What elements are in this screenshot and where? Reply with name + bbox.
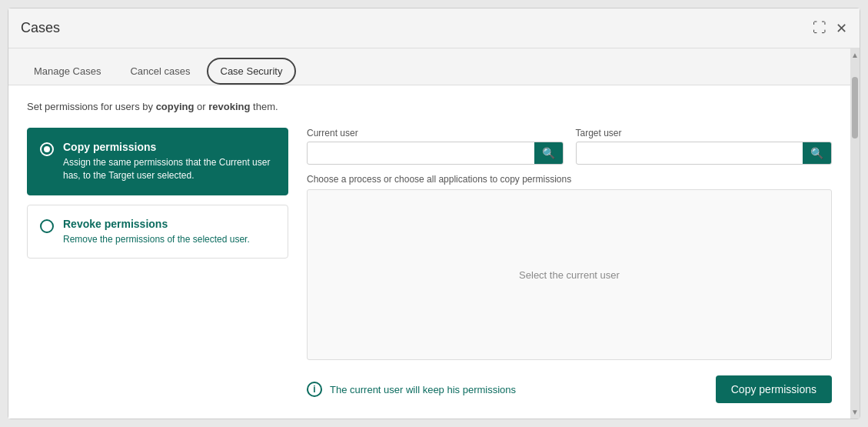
panel-content: Set permissions for users by copying or … xyxy=(8,85,850,419)
scrollbar[interactable]: ▲ ▼ xyxy=(850,48,860,419)
target-user-label: Target user xyxy=(576,128,833,138)
info-icon: i xyxy=(307,382,322,397)
footer-message: The current user will keep his permissio… xyxy=(330,384,708,395)
copy-option-title: Copy permissions xyxy=(63,141,275,153)
scroll-up-arrow[interactable]: ▲ xyxy=(849,48,860,62)
revoke-option-title: Revoke permissions xyxy=(63,218,250,230)
user-fields: Current user 🔍 Target user � xyxy=(307,128,832,165)
tab-cancel-cases[interactable]: Cancel cases xyxy=(117,58,203,85)
revoke-option-desc: Remove the permissions of the selected u… xyxy=(63,233,250,246)
tab-manage-cases[interactable]: Manage Cases xyxy=(21,58,114,85)
process-empty-text: Select the current user xyxy=(519,269,620,281)
target-user-search-button[interactable]: 🔍 xyxy=(803,142,831,164)
copy-permissions-option[interactable]: Copy permissions Assign the same permiss… xyxy=(27,128,288,195)
process-area: Select the current user xyxy=(307,189,832,360)
description-text: Set permissions for users by copying or … xyxy=(27,101,832,112)
content-area: Manage Cases Cancel cases Case Security … xyxy=(8,48,860,419)
current-user-label: Current user xyxy=(307,128,564,138)
revoke-option-text: Revoke permissions Remove the permission… xyxy=(63,218,250,246)
left-options: Copy permissions Assign the same permiss… xyxy=(27,128,288,403)
title-bar-controls: ⛶ ✕ xyxy=(813,20,847,37)
window-title: Cases xyxy=(21,20,60,36)
tab-bar: Manage Cases Cancel cases Case Security xyxy=(8,48,850,85)
panel-body: Copy permissions Assign the same permiss… xyxy=(27,128,832,403)
current-user-search-button[interactable]: 🔍 xyxy=(534,142,563,164)
target-user-input[interactable] xyxy=(577,143,803,164)
copy-permissions-button[interactable]: Copy permissions xyxy=(716,375,832,403)
close-icon[interactable]: ✕ xyxy=(836,20,847,37)
copy-option-desc: Assign the same permissions that the Cur… xyxy=(63,156,275,182)
right-panel: Current user 🔍 Target user � xyxy=(307,128,832,403)
main-window: Cases ⛶ ✕ Manage Cases Cancel cases Case… xyxy=(8,8,860,419)
copy-radio[interactable] xyxy=(40,142,54,156)
current-user-input[interactable] xyxy=(308,143,534,164)
revoke-radio[interactable] xyxy=(40,219,54,233)
current-user-input-wrap: 🔍 xyxy=(307,142,564,165)
target-user-input-wrap: 🔍 xyxy=(576,142,833,165)
tab-case-security[interactable]: Case Security xyxy=(207,58,297,85)
scroll-down-arrow[interactable]: ▼ xyxy=(849,405,860,419)
title-bar: Cases ⛶ ✕ xyxy=(8,8,860,48)
revoke-permissions-option[interactable]: Revoke permissions Remove the permission… xyxy=(27,205,288,259)
target-user-field: Target user 🔍 xyxy=(576,128,833,165)
main-content: Manage Cases Cancel cases Case Security … xyxy=(8,48,850,419)
current-user-field: Current user 🔍 xyxy=(307,128,564,165)
process-label: Choose a process or choose all applicati… xyxy=(307,174,832,185)
scrollbar-thumb[interactable] xyxy=(852,77,858,138)
copy-option-text: Copy permissions Assign the same permiss… xyxy=(63,141,275,182)
expand-icon[interactable]: ⛶ xyxy=(813,20,826,36)
footer-bar: i The current user will keep his permiss… xyxy=(307,369,832,403)
